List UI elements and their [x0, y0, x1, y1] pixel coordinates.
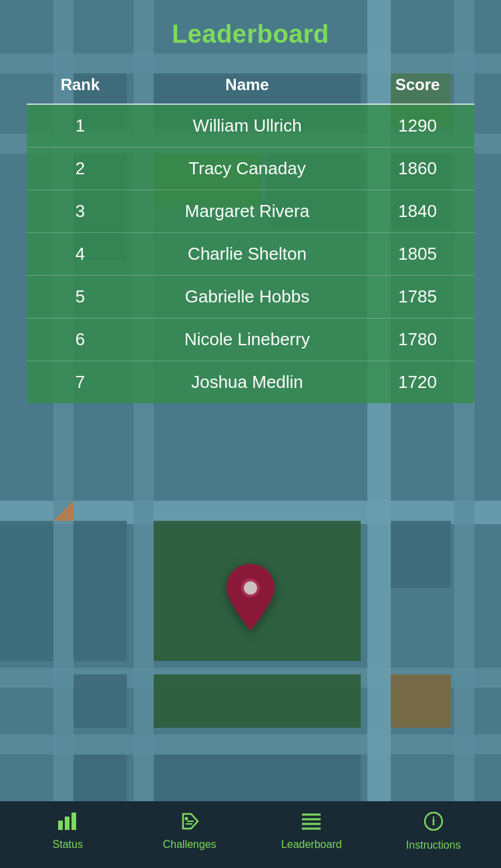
title-area: Leaderboard: [0, 0, 501, 62]
cell-rank-4: 4: [40, 244, 120, 264]
nav-label-instructions: Instructions: [406, 839, 461, 851]
svg-rect-29: [58, 821, 63, 830]
tag-icon: [180, 813, 199, 835]
cell-rank-5: 5: [40, 286, 120, 307]
cell-score-6: 1780: [374, 329, 461, 350]
cell-name-3: Margaret Rivera: [120, 201, 374, 222]
leaderboard-container: Rank Name Score 1 William Ullrich 1290 2…: [27, 69, 474, 403]
content-layer: Leaderboard Rank Name Score 1 William Ul…: [0, 0, 501, 868]
table-header: Rank Name Score: [27, 69, 474, 105]
table-row: 3 Margaret Rivera 1840: [27, 190, 474, 233]
nav-item-status[interactable]: Status: [27, 813, 108, 851]
table-row: 5 Gabrielle Hobbs 1785: [27, 276, 474, 318]
cell-name-5: Gabrielle Hobbs: [120, 286, 374, 307]
cell-score-5: 1785: [374, 286, 461, 307]
cell-score-4: 1805: [374, 244, 461, 264]
map-pin: [224, 564, 277, 634]
cell-name-1: William Ullrich: [120, 116, 374, 136]
cell-rank-7: 7: [40, 372, 120, 393]
map-pin-area: [0, 410, 501, 801]
column-score-header: Score: [374, 75, 461, 94]
table-row: 2 Tracy Canaday 1860: [27, 148, 474, 190]
column-rank-header: Rank: [40, 75, 120, 94]
table-row: 4 Charlie Shelton 1805: [27, 233, 474, 276]
nav-label-status: Status: [53, 839, 83, 851]
svg-point-32: [184, 817, 188, 820]
cell-rank-2: 2: [40, 158, 120, 179]
svg-point-28: [244, 582, 257, 595]
list-icon: [302, 813, 321, 835]
table-row: 1 William Ullrich 1290: [27, 105, 474, 148]
table-body: 1 William Ullrich 1290 2 Tracy Canaday 1…: [27, 105, 474, 403]
nav-item-instructions[interactable]: i Instructions: [393, 812, 474, 851]
info-icon: i: [424, 812, 443, 835]
svg-text:i: i: [432, 815, 435, 828]
svg-rect-30: [65, 817, 69, 830]
table-row: 7 Joshua Medlin 1720: [27, 361, 474, 403]
cell-rank-3: 3: [40, 201, 120, 222]
cell-score-1: 1290: [374, 116, 461, 136]
cell-score-3: 1840: [374, 201, 461, 222]
bottom-nav: Status Challenges: [0, 801, 501, 868]
cell-name-6: Nicole Lineberry: [120, 329, 374, 350]
cell-score-7: 1720: [374, 372, 461, 393]
cell-name-4: Charlie Shelton: [120, 244, 374, 264]
nav-item-challenges[interactable]: Challenges: [150, 813, 230, 851]
cell-name-2: Tracy Canaday: [120, 158, 374, 179]
table-row: 6 Nicole Lineberry 1780: [27, 318, 474, 361]
cell-score-2: 1860: [374, 158, 461, 179]
nav-label-challenges: Challenges: [163, 839, 216, 851]
nav-label-leaderboard: Leaderboard: [281, 839, 342, 851]
cell-name-7: Joshua Medlin: [120, 372, 374, 393]
cell-rank-1: 1: [40, 116, 120, 136]
bar-chart-icon: [58, 813, 77, 835]
nav-item-leaderboard[interactable]: Leaderboard: [271, 813, 351, 851]
cell-rank-6: 6: [40, 329, 120, 350]
svg-rect-31: [71, 813, 76, 830]
column-name-header: Name: [120, 75, 374, 94]
page-title: Leaderboard: [0, 20, 501, 49]
